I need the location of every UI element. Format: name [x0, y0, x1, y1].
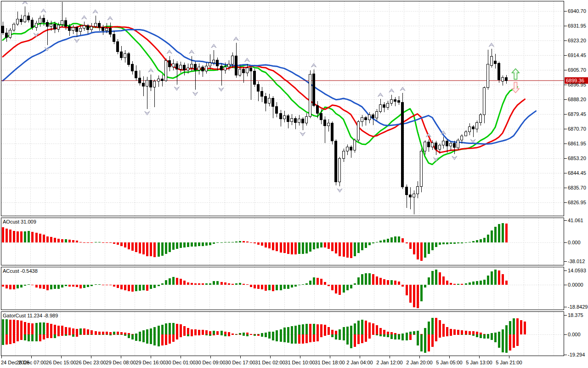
time-axis-label: 5 Jan 21:00: [496, 360, 522, 365]
trading-chart-window: AOcust 31.009 ACcust -0.5438 GatorCust 1…: [0, 0, 588, 368]
price-axis-label: 6835.70: [568, 185, 586, 190]
time-axis-label: 5 Jan 05:00: [436, 360, 463, 365]
time-axis-label: 30 Dec 01:00: [165, 360, 195, 365]
time-axis-label: 26 Dec 07:00: [16, 360, 46, 365]
fractal-down-icon: [470, 139, 475, 143]
fractal-up-icon: [245, 58, 250, 62]
fractal-down-icon: [452, 156, 457, 160]
time-axis-label: 30 Dec 09:00: [195, 360, 225, 365]
time-axis-label: 29 Dec 16:00: [136, 360, 165, 365]
fractal-down-icon: [300, 132, 305, 136]
fractal-up-icon: [107, 17, 113, 20]
time-axis-label: 31 Dec 18:00: [315, 360, 345, 365]
gator-axis-min: -19.294: [568, 352, 585, 357]
time-axis-label: 26 Dec 15:00: [46, 360, 76, 365]
price-axis-label: 6940.70: [568, 8, 586, 14]
fractal-down-icon: [219, 88, 224, 92]
alligator-jaw-line: [3, 29, 536, 144]
price-axis-label: 6870.70: [568, 126, 586, 132]
ac-axis-min: -18.8429: [568, 304, 588, 310]
axis-ticks: [2, 12, 567, 359]
fractal-down-icon: [174, 87, 179, 91]
price-axis-label: 6931.95: [568, 23, 586, 29]
time-axis-label: 2 Jan 04:00: [346, 360, 373, 365]
time-axis-label: 2 Jan 12:00: [376, 360, 403, 365]
ac-axis-zero: 0.0000: [568, 282, 583, 288]
ao-axis-zero: 0.000: [568, 240, 581, 245]
price-axis-label: 6905.70: [568, 67, 586, 73]
fractal-up-icon: [489, 43, 494, 46]
fractal-up-icon: [311, 63, 317, 67]
price-axis-label: 6923.20: [568, 38, 586, 43]
signal-down-arrow-icon: [512, 82, 519, 93]
chart-canvas[interactable]: [0, 0, 588, 368]
price-axis-label: 6888.20: [568, 97, 586, 102]
price-axis-label: 6861.95: [568, 141, 586, 146]
fractal-up-icon: [378, 93, 383, 97]
ac-axis-max: 14.0593: [568, 268, 586, 273]
ao-panel-title: AOcust 31.009: [3, 219, 36, 224]
price-axis-label: 6896.95: [568, 82, 586, 87]
ac-panel-title: ACcust -0.5438: [3, 268, 38, 274]
fractal-up-icon: [389, 89, 394, 92]
gator-axis-zero: 0.000: [568, 332, 581, 337]
fractal-down-icon: [411, 217, 416, 220]
gator-panel-title: GatorCust 11.234 -8.989: [3, 313, 58, 318]
fractal-up-icon: [189, 50, 194, 54]
time-axis-label: 30 Dec 17:00: [225, 360, 255, 365]
fractal-up-icon: [82, 16, 87, 19]
grid-layer: [1, 1, 564, 356]
price-axis-label: 6879.45: [568, 111, 586, 117]
gator-histogram: [2, 318, 526, 353]
time-axis-label: 26 Dec 23:00: [76, 360, 106, 365]
alligator-lips-line: [3, 23, 517, 165]
time-axis-label: 29 Dec 08:00: [106, 360, 136, 365]
ao-axis-min: -38.012: [568, 259, 585, 264]
price-axis-label: 6826.95: [568, 200, 586, 205]
fractal-up-icon: [400, 87, 405, 91]
time-axis-label: 31 Dec 10:00: [285, 360, 315, 365]
time-axis-label: 2 Jan 20:00: [406, 360, 433, 365]
gator-axis-max: 18.375: [568, 312, 583, 318]
fractal-up-icon: [211, 44, 216, 48]
price-axis-label: 6853.20: [568, 155, 586, 161]
fractal-down-icon: [193, 92, 198, 96]
time-axis-label: 5 Jan 13:00: [466, 360, 492, 365]
panel-borders: [1, 1, 564, 356]
time-axis-label: 31 Dec 02:00: [255, 360, 285, 365]
fractal-up-icon: [233, 37, 238, 40]
price-axis-label: 6844.45: [568, 170, 586, 176]
price-axis-label: 6914.45: [568, 52, 586, 58]
fractal-down-icon: [337, 189, 342, 192]
alligator-teeth-line: [3, 25, 525, 152]
ao-axis-max: 41.061: [568, 218, 583, 223]
fractal-up-icon: [167, 50, 172, 54]
alligator-lines: [3, 23, 536, 165]
